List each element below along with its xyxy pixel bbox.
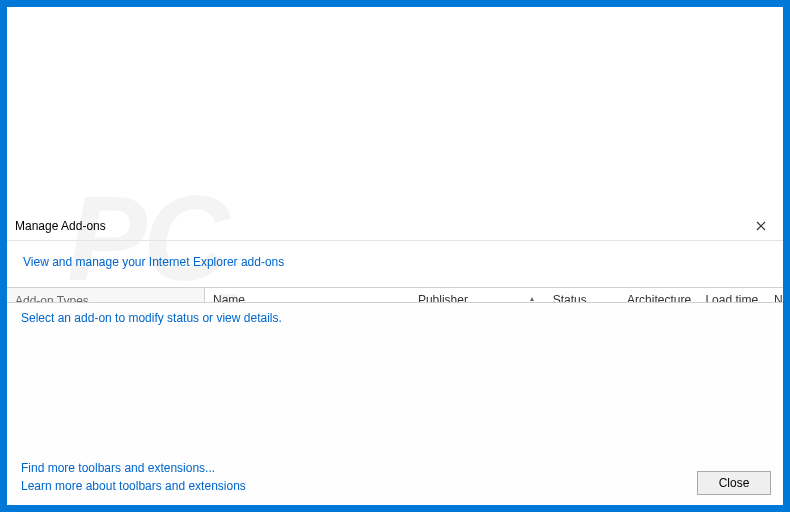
learn-more-link[interactable]: Learn more about toolbars and extensions	[21, 477, 685, 495]
sidebar: Add-on Types Toolbars and Extensions Sea…	[7, 288, 205, 302]
find-more-link[interactable]: Find more toolbars and extensions...	[21, 459, 685, 477]
selection-hint: Select an add-on to modify status or vie…	[7, 303, 783, 335]
titlebar: Manage Add-ons	[7, 211, 783, 241]
window-title: Manage Add-ons	[15, 219, 747, 233]
main-pane: Add-on Types Toolbars and Extensions Sea…	[7, 287, 783, 302]
details-area	[7, 335, 783, 453]
manage-addons-window: PCrisk.com Manage Add-ons View and manag…	[6, 6, 784, 506]
bottom-pane: Select an add-on to modify status or vie…	[7, 302, 783, 505]
close-button[interactable]: Close	[697, 471, 771, 495]
list-pane: Name Publisher ▴ Status Architecture Loa…	[205, 288, 783, 302]
footer: Find more toolbars and extensions... Lea…	[7, 453, 783, 505]
info-text: View and manage your Internet Explorer a…	[7, 241, 783, 287]
close-icon[interactable]	[747, 215, 775, 237]
footer-links: Find more toolbars and extensions... Lea…	[21, 459, 685, 495]
